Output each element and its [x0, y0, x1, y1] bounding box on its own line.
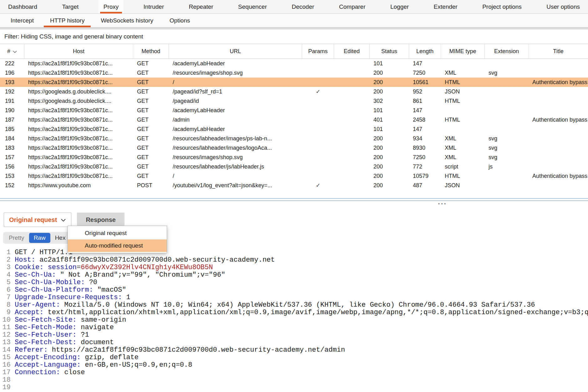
cell-params	[302, 115, 334, 124]
tab-proxy[interactable]: Proxy	[99, 0, 124, 13]
header-value: GET / HTTP/1.1	[15, 249, 73, 256]
column-header-number[interactable]: #	[0, 44, 24, 58]
header-value: "macOS"	[93, 286, 126, 294]
cell-edited	[334, 68, 370, 78]
tab-user-options[interactable]: User options	[541, 0, 585, 13]
column-header-label: Params	[308, 48, 327, 55]
subtab-http-history[interactable]: HTTP history	[42, 14, 93, 27]
history-row-187[interactable]: 187https://ac2a1f8f1f09c93bc0871c...GET/…	[0, 115, 588, 124]
session-token: 66dwyXvZ392Hlv4CNIgh1y4KEWu8OB5N	[81, 264, 213, 271]
format-tab-pretty[interactable]: Pretty	[4, 233, 29, 243]
cell-title	[529, 106, 588, 115]
format-tab-hex[interactable]: Hex	[50, 233, 70, 243]
column-header-extension[interactable]: Extension	[485, 44, 529, 58]
cell-edited	[334, 153, 370, 162]
cell-url: /academyLabHeader	[169, 124, 302, 134]
header-value: navigate	[77, 324, 114, 331]
history-row-196[interactable]: 196https://ac2a1f8f1f09c93bc0871c...GET/…	[0, 68, 588, 78]
filter-bar[interactable]: Filter: Hiding CSS, image and general bi…	[0, 29, 588, 44]
cell-method: GET	[133, 106, 169, 115]
cell-num: 156	[0, 162, 24, 171]
format-tab-raw[interactable]: Raw	[29, 233, 50, 243]
history-row-190[interactable]: 190https://ac2a1f8f1f09c93bc0871c...GET/…	[0, 106, 588, 115]
header-value: close	[60, 369, 85, 376]
column-header-title[interactable]: Title	[529, 44, 588, 58]
cell-length: 772	[409, 162, 441, 171]
tab-response[interactable]: Response	[77, 213, 124, 227]
history-row-193[interactable]: 193https://ac2a1f8f1f09c93bc0871c...GET/…	[0, 78, 588, 87]
cell-num: 183	[0, 143, 24, 153]
cell-method: GET	[133, 171, 169, 181]
tab-logger[interactable]: Logger	[385, 0, 414, 13]
request-line-6: 6Sec-Ch-Ua-Platform: "macOS"	[0, 286, 588, 294]
tab-project-options[interactable]: Project options	[477, 0, 527, 13]
history-row-191[interactable]: 191https://googleads.g.doubleclick....GE…	[0, 96, 588, 106]
column-header-label: Length	[416, 48, 433, 55]
history-row-192[interactable]: 192https://googleads.g.doubleclick....GE…	[0, 87, 588, 96]
cell-ext	[485, 171, 529, 181]
tab-target[interactable]: Target	[57, 0, 84, 13]
tab-extender[interactable]: Extender	[429, 0, 463, 13]
splitter-handle[interactable]: •••	[438, 201, 447, 206]
header-value: ?1	[77, 331, 89, 339]
history-row-183[interactable]: 183https://ac2a1f8f1f09c93bc0871c...GET/…	[0, 143, 588, 153]
request-line-5: 5Sec-Ch-Ua-Mobile: ?0	[0, 279, 588, 286]
cell-mime: JSON	[441, 181, 485, 190]
cell-method: GET	[133, 87, 169, 96]
request-line-15: 15Accept-Encoding: gzip, deflate	[0, 354, 588, 361]
line-number: 7	[0, 294, 11, 301]
tab-repeater[interactable]: Repeater	[184, 0, 218, 13]
cell-host: https://googleads.g.doubleclick....	[24, 87, 133, 96]
header-value: gzip, deflate	[81, 354, 139, 361]
column-header-method[interactable]: Method	[133, 44, 169, 58]
cell-status: 401	[370, 115, 409, 124]
main-tab-bar: DashboardTargetProxyIntruderRepeaterSequ…	[0, 0, 588, 14]
header-name: session	[48, 264, 77, 271]
cell-num: 152	[0, 181, 24, 190]
tab-intruder[interactable]: Intruder	[139, 0, 169, 13]
tab-dashboard[interactable]: Dashboard	[3, 0, 42, 13]
history-row-152[interactable]: 152https://www.youtube.comPOST/youtubei/…	[0, 181, 588, 190]
column-header-length[interactable]: Length	[409, 44, 441, 58]
cell-method: GET	[133, 124, 169, 134]
cell-method: GET	[133, 134, 169, 143]
column-header-label: Title	[553, 48, 563, 55]
subtab-websockets-history[interactable]: WebSockets history	[93, 14, 161, 27]
tab-comparer[interactable]: Comparer	[334, 0, 370, 13]
history-row-156[interactable]: 156https://ac2a1f8f1f09c93bc0871c...GET/…	[0, 162, 588, 171]
request-view-selector[interactable]: Original request	[4, 213, 71, 227]
column-header-host[interactable]: Host	[24, 44, 133, 58]
cell-mime	[441, 124, 485, 134]
tab-sequencer[interactable]: Sequencer	[233, 0, 272, 13]
column-header-edited[interactable]: Edited	[334, 44, 370, 58]
tab-decoder[interactable]: Decoder	[287, 0, 319, 13]
line-number: 17	[0, 369, 11, 376]
cell-url: /resources/labheader/images/logoAca...	[169, 143, 302, 153]
history-row-157[interactable]: 157https://ac2a1f8f1f09c93bc0871c...GET/…	[0, 153, 588, 162]
request-view-selector-label: Original request	[9, 216, 57, 224]
column-header-params[interactable]: Params	[302, 44, 334, 58]
menu-item-original-request[interactable]: Original request	[68, 227, 167, 239]
cell-ext: svg	[485, 68, 529, 78]
panel-splitter[interactable]: •••	[0, 198, 588, 206]
cell-host: https://googleads.g.doubleclick....	[24, 96, 133, 106]
column-header-mime-type[interactable]: MIME type	[441, 44, 485, 58]
header-value: Mozilla/5.0 (Windows NT 10.0; Win64; x64…	[60, 301, 535, 309]
column-header-status[interactable]: Status	[370, 44, 409, 58]
header-name: Sec-Fetch-Site:	[15, 316, 77, 324]
cell-length: 861	[409, 96, 441, 106]
subtab-options[interactable]: Options	[161, 14, 198, 27]
cell-length: 934	[409, 134, 441, 143]
cell-method: GET	[133, 115, 169, 124]
history-row-185[interactable]: 185https://ac2a1f8f1f09c93bc0871c...GET/…	[0, 124, 588, 134]
header-name: Sec-Ch-Ua-Platform:	[15, 286, 93, 294]
header-value: document	[77, 339, 114, 346]
subtab-intercept[interactable]: Intercept	[3, 14, 42, 27]
menu-item-auto-modified-request[interactable]: Auto-modified request	[68, 239, 167, 252]
request-line-9: 9Accept: text/html,application/xhtml+xml…	[0, 309, 588, 316]
history-row-184[interactable]: 184https://ac2a1f8f1f09c93bc0871c...GET/…	[0, 134, 588, 143]
raw-request-editor[interactable]: 1GET / HTTP/1.12Host: ac2a1f8f1f09c93bc0…	[0, 249, 588, 391]
history-row-222[interactable]: 222https://ac2a1f8f1f09c93bc0871c...GET/…	[0, 59, 588, 68]
column-header-url[interactable]: URL	[169, 44, 302, 58]
history-row-153[interactable]: 153https://ac2a1f8f1f09c93bc0871c...GET/…	[0, 171, 588, 181]
